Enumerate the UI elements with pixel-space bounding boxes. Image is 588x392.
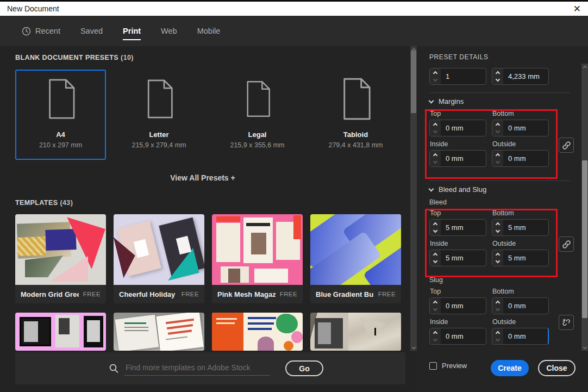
number-input[interactable]: 0 mm <box>429 150 486 167</box>
number-input[interactable]: 0 mm <box>429 120 486 136</box>
preset-tile-letter[interactable]: Letter215,9 x 279,4 mm <box>114 70 204 160</box>
stepper[interactable] <box>492 120 503 136</box>
decrement-icon[interactable] <box>496 228 500 233</box>
stepper[interactable] <box>430 220 441 235</box>
decrement-icon[interactable] <box>496 159 500 164</box>
scroll-down-icon[interactable] <box>581 343 588 351</box>
template-card-blue-gradient[interactable]: Blue Gradient Busine...FREE <box>310 214 401 303</box>
close-button[interactable]: Close <box>538 360 576 376</box>
increment-icon[interactable] <box>433 153 437 158</box>
increment-icon[interactable] <box>433 331 437 335</box>
increment-icon[interactable] <box>496 301 500 305</box>
decrement-icon[interactable] <box>433 337 437 341</box>
number-input[interactable]: 0 mm <box>429 297 486 314</box>
number-input[interactable]: 0 mm <box>492 297 549 314</box>
decrement-icon[interactable] <box>496 77 500 82</box>
stepper[interactable] <box>430 151 441 166</box>
tab-saved[interactable]: Saved <box>80 16 103 46</box>
template-card-brochure[interactable] <box>114 313 204 351</box>
number-input[interactable]: 5 mm <box>492 219 549 236</box>
tab-web[interactable]: Web <box>161 16 177 46</box>
decrement-icon[interactable] <box>433 129 437 133</box>
slug-link-broken-icon[interactable] <box>559 315 574 330</box>
close-icon[interactable]: ✕ <box>573 4 581 14</box>
field-value[interactable]: 5 mm <box>503 220 548 235</box>
field-value[interactable]: 1 <box>441 69 486 84</box>
number-input[interactable]: 1 <box>429 68 486 85</box>
decrement-icon[interactable] <box>433 228 437 233</box>
bleed-link-icon[interactable] <box>559 237 574 252</box>
stepper[interactable] <box>492 298 503 314</box>
number-input[interactable]: 0 mm <box>492 120 549 136</box>
content-scrollbar[interactable] <box>410 46 417 351</box>
field-value[interactable]: 0 mm <box>441 298 486 314</box>
field-value[interactable]: 5 mm <box>503 250 548 266</box>
stepper[interactable] <box>492 151 503 166</box>
decrement-icon[interactable] <box>433 259 437 263</box>
increment-icon[interactable] <box>433 253 437 257</box>
field-value[interactable]: 0 mm <box>503 328 548 344</box>
scroll-up-icon[interactable] <box>581 64 588 71</box>
preset-tile-legal[interactable]: Legal215,9 x 355,6 mm <box>212 70 303 160</box>
panel-scrollbar[interactable] <box>581 64 588 351</box>
tab-print[interactable]: Print <box>123 16 141 46</box>
increment-icon[interactable] <box>496 331 500 335</box>
preview-checkbox[interactable] <box>429 362 437 370</box>
decrement-icon[interactable] <box>496 307 500 311</box>
template-card-orange-flyer[interactable] <box>212 313 303 351</box>
number-input[interactable]: 0 mm <box>492 328 549 345</box>
stepper[interactable] <box>430 298 441 314</box>
search-input[interactable] <box>124 361 270 376</box>
bleed-slug-section-header[interactable]: Bleed and Slug <box>429 185 486 194</box>
stepper[interactable] <box>492 250 503 266</box>
scroll-down-icon[interactable] <box>410 343 417 351</box>
decrement-icon[interactable] <box>496 337 500 341</box>
stepper[interactable] <box>430 69 441 84</box>
tab-mobile[interactable]: Mobile <box>197 16 221 46</box>
number-input[interactable]: 4,233 mm <box>492 68 549 85</box>
stepper[interactable] <box>492 220 503 235</box>
template-card-modern-grid[interactable]: Modern Grid Greetin...FREE <box>15 214 106 303</box>
field-value[interactable]: 0 mm <box>503 151 548 166</box>
number-input[interactable]: 0 mm <box>492 150 549 167</box>
increment-icon[interactable] <box>496 222 500 227</box>
tab-recent[interactable]: Recent <box>22 16 60 46</box>
go-button[interactable]: Go <box>285 360 323 376</box>
increment-icon[interactable] <box>433 222 437 227</box>
stepper[interactable] <box>430 250 441 266</box>
increment-icon[interactable] <box>496 153 500 158</box>
increment-icon[interactable] <box>496 71 500 76</box>
preset-tile-a4[interactable]: A4210 x 297 mm <box>15 70 106 160</box>
preset-tile-tabloid[interactable]: Tabloid279,4 x 431,8 mm <box>310 70 401 160</box>
field-value[interactable]: 0 mm <box>503 298 548 314</box>
margins-link-icon[interactable] <box>559 138 574 153</box>
margins-section-header[interactable]: Margins <box>429 97 464 105</box>
template-card-crumpled[interactable] <box>310 313 401 351</box>
field-value[interactable]: 0 mm <box>441 120 486 136</box>
create-button[interactable]: Create <box>491 360 529 376</box>
decrement-icon[interactable] <box>433 77 437 82</box>
stepper[interactable] <box>492 328 503 344</box>
view-all-presets-link[interactable]: View All Presets + <box>0 173 405 182</box>
template-card-pink-mesh[interactable]: Pink Mesh Magazine...FREE <box>212 214 303 303</box>
increment-icon[interactable] <box>433 71 437 76</box>
field-value[interactable]: 4,233 mm <box>503 69 548 84</box>
stepper[interactable] <box>492 69 503 84</box>
field-value[interactable]: 5 mm <box>441 250 486 266</box>
decrement-icon[interactable] <box>496 129 500 133</box>
number-input[interactable]: 5 mm <box>492 250 549 266</box>
number-input[interactable]: 5 mm <box>429 219 486 236</box>
content-scrollbar-thumb[interactable] <box>411 51 416 113</box>
increment-icon[interactable] <box>496 253 500 257</box>
template-card-cheerful-holiday[interactable]: Cheerful Holiday Car...FREE <box>114 214 204 303</box>
field-value[interactable]: 0 mm <box>503 120 548 136</box>
increment-icon[interactable] <box>433 301 437 305</box>
decrement-icon[interactable] <box>496 259 500 263</box>
decrement-icon[interactable] <box>433 159 437 164</box>
decrement-icon[interactable] <box>433 307 437 311</box>
stepper[interactable] <box>430 328 441 344</box>
field-value[interactable]: 0 mm <box>441 328 486 344</box>
stepper[interactable] <box>430 120 441 136</box>
increment-icon[interactable] <box>496 123 500 127</box>
increment-icon[interactable] <box>433 123 437 127</box>
